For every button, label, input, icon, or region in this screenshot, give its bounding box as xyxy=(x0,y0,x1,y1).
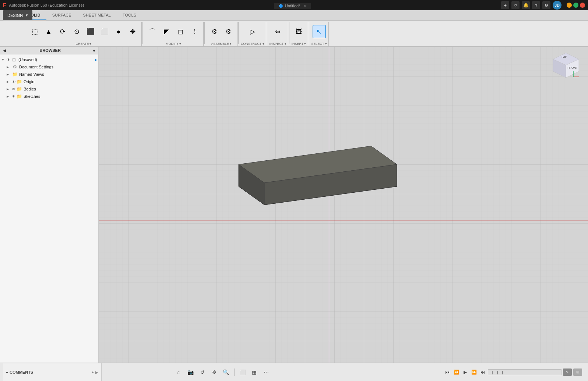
tab-title: Untitled* xyxy=(285,4,300,8)
select-arrow-icon: ▾ xyxy=(325,42,327,46)
visibility-icon-sketches[interactable]: 👁 xyxy=(12,95,15,99)
tab-close[interactable]: ✕ xyxy=(304,4,307,8)
tree-arrow-named-views: ▶ xyxy=(7,73,12,76)
move-button[interactable]: ✥ xyxy=(126,25,139,38)
sep-2 xyxy=(204,22,205,44)
visibility-icon-root[interactable]: 👁 xyxy=(7,58,10,62)
document-tab[interactable]: 🔷 Untitled* ✕ xyxy=(274,3,311,9)
timeline-next-button[interactable]: ⏩ xyxy=(470,368,478,376)
settings-button[interactable]: ⚙ xyxy=(542,1,550,9)
design-arrow-icon: ▾ xyxy=(26,13,28,18)
tree-item-named-views[interactable]: ▶ 📁 Named Views xyxy=(0,71,98,78)
assemble-label[interactable]: ASSEMBLE ▾ xyxy=(211,41,232,46)
assemble-tool2[interactable]: ⚙ xyxy=(222,25,235,38)
comments-panel: ● COMMENTS ● ▶ xyxy=(3,363,102,381)
timeline-play-button[interactable]: ▶ xyxy=(461,368,469,376)
construct-arrow-icon: ▾ xyxy=(263,42,264,46)
viewcube[interactable]: TOP FRONT xyxy=(551,51,581,81)
zoom-button[interactable]: 🔍 xyxy=(221,367,231,377)
create-tools: ⬚ ▲ ⟳ ⊙ ⬛ xyxy=(27,22,140,41)
assemble-icon2: ⚙ xyxy=(225,28,231,35)
insert-label-text: INSERT xyxy=(292,42,304,46)
hole-button[interactable]: ⊙ xyxy=(70,25,83,38)
tree-item-origin[interactable]: ▶ 👁 📁 Origin xyxy=(0,78,98,85)
visibility-icon-origin[interactable]: 👁 xyxy=(12,80,15,84)
3d-model xyxy=(228,120,412,223)
browser-pin-icon[interactable]: ● xyxy=(93,48,95,53)
shell-button[interactable]: ◻ xyxy=(174,25,187,38)
fillet-button[interactable]: ⌒ xyxy=(146,25,159,38)
orbit-button[interactable]: ↺ xyxy=(197,367,208,377)
viewport[interactable]: TOP FRONT xyxy=(99,47,588,363)
timeline-prev-button[interactable]: ⏪ xyxy=(453,368,460,376)
select-tool1[interactable]: ↖ xyxy=(313,25,326,38)
help-button[interactable]: ? xyxy=(532,1,540,9)
extrude-icon: ▲ xyxy=(45,28,52,35)
fillet-icon: ⌒ xyxy=(149,28,156,35)
notification-button[interactable]: 🔔 xyxy=(522,1,530,9)
tree-label-named-views: Named Views xyxy=(19,72,97,76)
select-group: ↖ SELECT ▾ xyxy=(310,22,329,46)
close-button[interactable] xyxy=(580,3,585,8)
box-button[interactable]: ⬛ xyxy=(84,25,97,38)
timeline-mark1 xyxy=(492,371,493,374)
refresh-button[interactable]: ↻ xyxy=(511,1,520,9)
tab-sheet-metal[interactable]: SHEET METAL xyxy=(77,10,117,20)
tree-item-bodies[interactable]: ▶ 👁 📁 Bodies xyxy=(0,85,98,93)
toolbar-container: DESIGN ▾ SOLID SURFACE SHEET METAL TOOLS xyxy=(0,10,588,47)
design-dropdown-button[interactable]: DESIGN ▾ xyxy=(3,10,32,20)
collapse-browser-icon[interactable]: ◀ xyxy=(3,49,6,53)
pan-button[interactable]: ✥ xyxy=(209,367,219,377)
comments-collapse-icon[interactable]: ▶ xyxy=(95,370,98,374)
cursor-icon[interactable]: ↖ xyxy=(563,368,572,376)
extrude-button[interactable]: ▲ xyxy=(42,25,55,38)
chamfer-icon: ◤ xyxy=(164,28,169,35)
timeline-start-button[interactable]: ⏮ xyxy=(444,368,451,376)
tab-icon: 🔷 xyxy=(278,4,284,8)
visibility-icon-bodies[interactable]: 👁 xyxy=(12,87,15,91)
revolve-button[interactable]: ⟳ xyxy=(56,25,69,38)
cylinder-button[interactable]: ⬜ xyxy=(98,25,111,38)
create-label[interactable]: CREATE ▾ xyxy=(76,41,92,46)
sep-1 xyxy=(142,22,143,44)
new-tab-button[interactable]: + xyxy=(501,1,509,9)
assemble-tool1[interactable]: ⚙ xyxy=(208,25,221,38)
tab-surface[interactable]: SURFACE xyxy=(46,10,77,20)
timeline-bar[interactable] xyxy=(488,369,561,375)
home-view-button[interactable]: ⌂ xyxy=(174,367,184,377)
new-component-button[interactable]: ⬚ xyxy=(28,25,41,38)
tree-item-doc-settings[interactable]: ▶ ⚙ Document Settings xyxy=(0,63,98,71)
inspect-label[interactable]: INSPECT ▾ xyxy=(270,41,286,46)
minimize-button[interactable] xyxy=(567,3,572,8)
comments-expand-icon[interactable]: ● xyxy=(6,370,8,374)
timeline-end-button[interactable]: ⏭ xyxy=(479,368,486,376)
app-window: F Autodesk Fusion 360 (Education License… xyxy=(0,0,588,381)
tree-item-sketches[interactable]: ▶ 👁 📁 Sketches xyxy=(0,93,98,100)
timeline-mark2 xyxy=(497,371,498,374)
display-mode-button[interactable]: ⬜ xyxy=(237,367,248,377)
insert-tool1[interactable]: 🖼 xyxy=(292,25,306,38)
comments-pin-icon[interactable]: ● xyxy=(91,370,94,374)
tab-tools[interactable]: TOOLS xyxy=(117,10,142,20)
chamfer-button[interactable]: ◤ xyxy=(160,25,173,38)
tree-item-root[interactable]: ▼ 👁 ◻ (Unsaved) ● xyxy=(0,56,98,63)
more-options-button[interactable]: ⋯ xyxy=(261,367,271,377)
select-label[interactable]: SELECT ▾ xyxy=(311,41,327,46)
svg-text:FRONT: FRONT xyxy=(567,66,578,70)
sphere-button[interactable]: ● xyxy=(112,25,125,38)
tree-arrow-doc: ▶ xyxy=(7,65,12,69)
tree-label-root: (Unsaved) xyxy=(18,57,93,62)
camera-button[interactable]: 📷 xyxy=(186,367,196,377)
maximize-button[interactable] xyxy=(573,3,578,8)
insert-label[interactable]: INSERT ▾ xyxy=(292,41,306,46)
root-record-badge[interactable]: ● xyxy=(95,58,97,62)
grid-toggle-button[interactable]: ▦ xyxy=(249,367,260,377)
construct-label[interactable]: CONSTRUCT ▾ xyxy=(241,41,264,46)
inspect-tool1[interactable]: ⇔ xyxy=(271,25,285,38)
draft-button[interactable]: ⧘ xyxy=(188,25,201,38)
modify-label[interactable]: MODIFY ▾ xyxy=(166,41,181,46)
user-avatar[interactable]: JD xyxy=(553,1,561,10)
gear-icon-doc: ⚙ xyxy=(12,64,18,70)
frame-icon[interactable]: ⊞ xyxy=(573,368,582,376)
construct-tool1[interactable]: ▷ xyxy=(246,25,259,38)
